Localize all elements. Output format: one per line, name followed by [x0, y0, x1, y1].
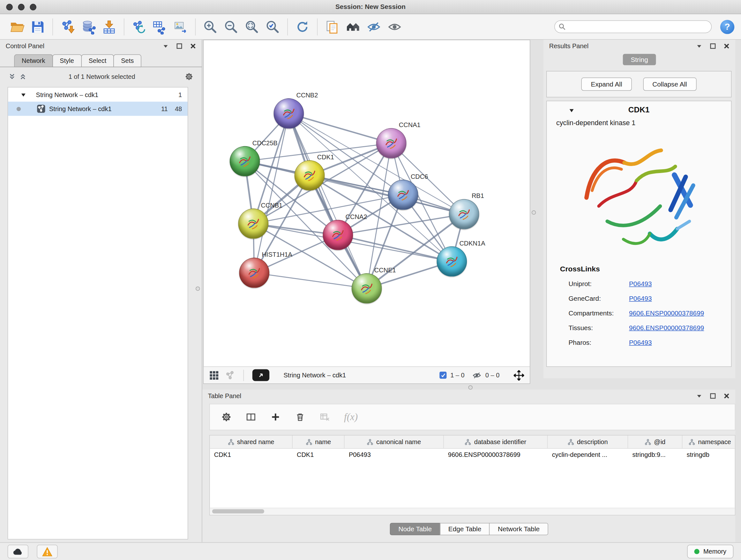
cloud-status-button[interactable] — [8, 545, 28, 558]
function-builder-button[interactable]: f(x) — [344, 411, 358, 423]
horizontal-scrollbar[interactable] — [210, 508, 735, 515]
network-node-ccna1[interactable] — [376, 128, 407, 159]
add-column-button[interactable] — [270, 412, 281, 422]
tab-select[interactable]: Select — [81, 54, 114, 67]
search-input[interactable] — [554, 20, 712, 33]
column-header[interactable]: name — [293, 435, 345, 448]
refresh-button[interactable] — [292, 16, 313, 37]
expand-all-button[interactable]: Expand All — [582, 78, 631, 91]
duplicate-button[interactable] — [322, 16, 342, 37]
panel-close-button[interactable] — [190, 43, 196, 49]
network-node-cdk1[interactable] — [294, 160, 325, 191]
table-options-button[interactable] — [221, 412, 232, 422]
tree-expander-icon[interactable] — [20, 91, 26, 98]
help-button[interactable]: ? — [720, 19, 734, 34]
network-node-hist1h1a[interactable] — [239, 258, 269, 288]
move-crosshair-icon[interactable] — [514, 370, 524, 381]
network-row[interactable]: String Network – cdk1 11 48 — [8, 102, 188, 116]
column-header[interactable]: shared name — [210, 435, 293, 448]
collapse-section-icon[interactable] — [568, 107, 575, 113]
network-node-rb1[interactable] — [449, 199, 479, 229]
network-edge[interactable] — [289, 113, 391, 143]
tab-sets[interactable]: Sets — [114, 54, 141, 67]
crosslink-value-link[interactable]: P06493 — [629, 280, 652, 287]
delete-table-button[interactable] — [320, 412, 330, 422]
collapse-all-button[interactable]: Collapse All — [643, 78, 697, 91]
panel-float-button[interactable] — [710, 43, 716, 49]
show-all-button[interactable] — [384, 16, 405, 37]
window-close-button[interactable] — [6, 4, 13, 10]
scrollbar-thumb[interactable] — [212, 509, 264, 513]
panel-menu-button[interactable] — [696, 43, 702, 49]
network-edge[interactable] — [254, 113, 289, 273]
column-header[interactable]: description — [548, 435, 628, 448]
network-node-ccnb2[interactable] — [273, 98, 304, 129]
memory-button[interactable]: Memory — [687, 545, 734, 558]
table-row[interactable]: CDK1CDK1P064939606.ENSP00000378699cyclin… — [210, 449, 735, 461]
save-session-button[interactable] — [27, 16, 48, 37]
column-header[interactable]: canonical name — [345, 435, 444, 448]
network-node-ccnb1[interactable] — [238, 208, 268, 239]
show-columns-button[interactable] — [246, 412, 256, 422]
panel-menu-button[interactable] — [162, 43, 169, 49]
toolbar-separator — [124, 18, 124, 35]
crosslink-value-link[interactable]: P06493 — [629, 338, 652, 346]
panel-menu-button[interactable] — [696, 393, 702, 399]
network-node-ccna2[interactable] — [323, 220, 353, 250]
tab-network-table[interactable]: Network Table — [489, 523, 548, 536]
warnings-button[interactable] — [37, 545, 58, 558]
network-canvas[interactable]: CCNB2CCNA1CDC25BCDK1CDC6RB1CCNB1CCNA2CDK… — [204, 40, 530, 367]
network-edge[interactable] — [254, 273, 367, 288]
network-node-ccne1[interactable] — [352, 273, 382, 304]
panel-close-button[interactable] — [724, 393, 730, 399]
crosslink-value-link[interactable]: 9606.ENSP00000378699 — [629, 324, 704, 331]
zoom-selected-button[interactable] — [262, 16, 283, 37]
crosslink-value-link[interactable]: P06493 — [629, 294, 652, 302]
crosslink-value-link[interactable]: 9606.ENSP00000378699 — [629, 309, 704, 317]
import-table-button[interactable] — [99, 16, 120, 37]
window-zoom-button[interactable] — [30, 4, 37, 10]
network-options-button[interactable] — [185, 72, 193, 81]
zoom-out-button[interactable] — [221, 16, 242, 37]
home-views-button[interactable] — [343, 16, 363, 37]
import-network-file-button[interactable] — [57, 16, 78, 37]
column-header[interactable]: namespace — [682, 435, 735, 448]
vertical-splitter-handle-left[interactable] — [196, 287, 200, 291]
selected-checkbox-icon[interactable] — [440, 372, 447, 379]
network-node-label: CCNB1 — [261, 202, 282, 209]
network-collection-row[interactable]: String Network – cdk1 1 — [8, 87, 188, 102]
expand-all-networks-button[interactable] — [9, 73, 16, 80]
zoom-in-button[interactable] — [200, 16, 220, 37]
panel-float-button[interactable] — [176, 43, 182, 49]
tab-style[interactable]: Style — [52, 54, 82, 67]
tab-edge-table[interactable]: Edge Table — [440, 523, 490, 536]
import-network-database-button[interactable] — [78, 16, 98, 37]
new-network-from-table-button[interactable] — [149, 16, 170, 37]
tab-network[interactable]: Network — [14, 54, 53, 67]
network-edge[interactable] — [289, 113, 367, 288]
panel-close-button[interactable] — [724, 43, 730, 49]
horizontal-splitter-handle[interactable] — [468, 385, 473, 389]
network-node-cdc6[interactable] — [388, 180, 418, 210]
panel-float-button[interactable] — [710, 393, 716, 399]
column-header[interactable]: database identifier — [444, 435, 548, 448]
tab-string[interactable]: String — [623, 54, 656, 65]
open-session-button[interactable] — [7, 16, 27, 37]
window-minimize-button[interactable] — [18, 4, 24, 10]
vertical-splitter-handle-right[interactable] — [532, 210, 536, 214]
collapse-all-networks-button[interactable] — [19, 73, 26, 80]
new-network-from-selection-button[interactable] — [129, 16, 149, 37]
export-image-button[interactable] — [170, 16, 191, 37]
delete-column-button[interactable] — [295, 412, 306, 422]
column-header[interactable]: @id — [628, 435, 682, 448]
hide-selected-button[interactable] — [363, 16, 384, 37]
network-node-cdc25b[interactable] — [230, 146, 260, 177]
zoom-fit-button[interactable] — [242, 16, 262, 37]
columns-icon — [246, 412, 256, 422]
column-header-label: database identifier — [474, 438, 526, 445]
birdseye-view-button[interactable] — [209, 370, 219, 380]
network-node-cdkn1a[interactable] — [436, 246, 467, 277]
open-in-window-button[interactable] — [253, 369, 269, 381]
network-share-button[interactable] — [225, 370, 235, 380]
tab-node-table[interactable]: Node Table — [390, 523, 441, 536]
